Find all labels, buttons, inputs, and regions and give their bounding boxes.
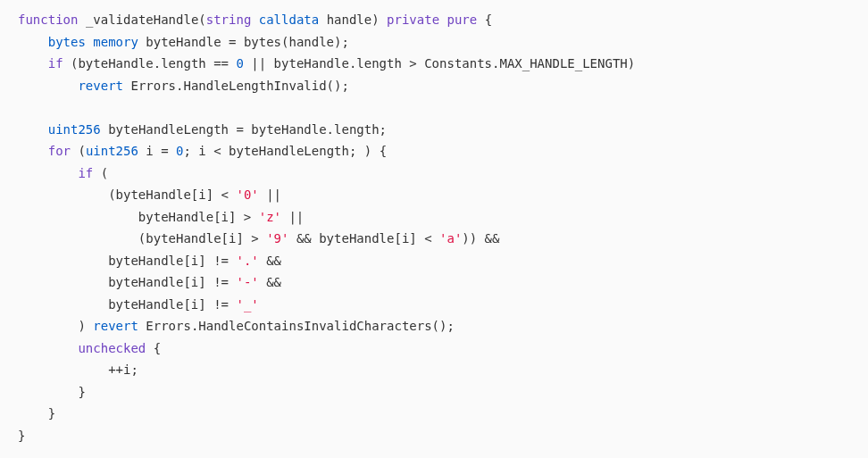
token-kw: function: [18, 12, 78, 27]
code-line: for (uint256 i = 0; i < byteHandleLength…: [18, 140, 850, 162]
token-str: '-': [236, 275, 258, 289]
indent: [18, 362, 108, 377]
indent: [18, 166, 78, 180]
token-ident: {: [154, 341, 161, 355]
token-sp: [251, 12, 258, 27]
indent: [18, 275, 108, 289]
token-ident: byteHandle[i] !=: [108, 254, 236, 268]
code-line: byteHandle[i] > 'z' ||: [18, 206, 850, 229]
code-block: function _validateHandle(string calldata…: [18, 9, 850, 446]
indent: [18, 319, 78, 333]
code-line: [18, 96, 850, 119]
code-line: byteHandle[i] != '-' &&: [18, 271, 850, 294]
token-ident: (: [78, 144, 85, 158]
code-line: (byteHandle[i] < '0' ||: [18, 184, 850, 206]
token-sp: [93, 166, 100, 180]
indent: [18, 35, 48, 49]
token-str: '.': [236, 254, 258, 268]
code-line: unchecked {: [18, 337, 850, 360]
indent: [18, 406, 48, 421]
code-line: byteHandle[i] != '_': [18, 294, 850, 316]
token-str: '_': [236, 297, 258, 312]
token-ident: &&: [259, 254, 281, 268]
token-sp: [477, 12, 484, 27]
code-line: uint256 byteHandleLength = byteHandle.le…: [18, 119, 850, 141]
token-sp: [78, 12, 85, 27]
token-sp: [439, 12, 447, 27]
code-line: if (: [18, 162, 850, 185]
token-kw: private: [387, 12, 439, 27]
token-ident: }: [48, 406, 55, 421]
token-sp: [101, 122, 108, 137]
indent: [18, 254, 108, 268]
code-line: ++i;: [18, 359, 850, 381]
code-line: (byteHandle[i] > '9' && byteHandle[i] < …: [18, 228, 850, 250]
token-str: 'a': [439, 231, 462, 246]
token-kw2: revert: [78, 79, 123, 93]
token-sp: [319, 12, 326, 27]
token-ident: ||: [259, 187, 281, 202]
token-ident: (byteHandle[i] >: [138, 231, 266, 246]
token-ident: _validateHandle(: [86, 12, 206, 27]
token-ident: ): [78, 319, 93, 333]
token-ident: byteHandle[i] !=: [108, 275, 236, 289]
token-ident: &&: [259, 275, 281, 289]
token-str: 'z': [259, 210, 281, 224]
code-line: }: [18, 403, 850, 425]
token-num: 0: [176, 144, 183, 158]
token-ident: ||: [281, 210, 304, 224]
token-sp: [146, 341, 153, 355]
code-line: ) revert Errors.HandleContainsInvalidCha…: [18, 315, 850, 337]
indent: [18, 122, 48, 137]
token-num: 0: [236, 56, 243, 71]
token-sp: [63, 56, 71, 71]
code-line: function _validateHandle(string calldata…: [18, 9, 850, 31]
token-kw: pure: [447, 12, 478, 27]
token-str: '9': [266, 231, 288, 246]
token-kw2: calldata: [259, 12, 319, 27]
token-ident: }: [78, 385, 85, 399]
token-ident: ; i < byteHandleLength; ) {: [184, 144, 388, 158]
token-kw: string: [206, 12, 252, 27]
token-ident: }: [18, 429, 25, 443]
indent: [18, 297, 108, 312]
token-ident: || byteHandle.length > Constants.MAX_HAN…: [244, 56, 635, 71]
token-ident: byteHandle = bytes(handle);: [146, 35, 349, 49]
token-kw2: memory: [93, 35, 138, 49]
token-ident: i =: [146, 144, 176, 158]
token-ident: Errors.HandleLengthInvalid();: [130, 79, 348, 93]
indent: [18, 144, 48, 158]
code-line: if (byteHandle.length == 0 || byteHandle…: [18, 53, 850, 75]
indent: [18, 56, 48, 71]
indent: [18, 231, 138, 246]
token-ident: ++i;: [108, 362, 138, 377]
indent: [18, 385, 78, 399]
token-kw: if: [48, 56, 63, 71]
code-line: }: [18, 381, 850, 404]
token-ident: {: [485, 12, 492, 27]
token-kw2: uint256: [86, 144, 138, 158]
token-kw: for: [48, 144, 71, 158]
token-ident: handle): [327, 12, 387, 27]
code-line: byteHandle[i] != '.' &&: [18, 250, 850, 272]
token-ident: )) &&: [462, 231, 499, 246]
indent: [18, 341, 78, 355]
token-ident: && byteHandle[i] <: [288, 231, 439, 246]
indent: [18, 79, 78, 93]
token-ident: (byteHandle[i] <: [108, 187, 236, 202]
token-ident: byteHandleLength = byteHandle.length;: [108, 122, 387, 137]
token-ident: Errors.HandleContainsInvalidCharacters()…: [146, 319, 455, 333]
indent: [18, 210, 138, 224]
indent: [18, 187, 108, 202]
code-line: }: [18, 425, 850, 447]
token-kw2: uint256: [48, 122, 101, 137]
token-ident: (byteHandle.length ==: [71, 56, 236, 71]
code-line: revert Errors.HandleLengthInvalid();: [18, 75, 850, 97]
token-ident: byteHandle[i] >: [138, 210, 259, 224]
token-kw2: revert: [93, 319, 138, 333]
token-str: '0': [236, 187, 258, 202]
code-line: bytes memory byteHandle = bytes(handle);: [18, 31, 850, 54]
token-kw: if: [78, 166, 93, 180]
token-ident: (: [101, 166, 108, 180]
token-ident: byteHandle[i] !=: [108, 297, 236, 312]
